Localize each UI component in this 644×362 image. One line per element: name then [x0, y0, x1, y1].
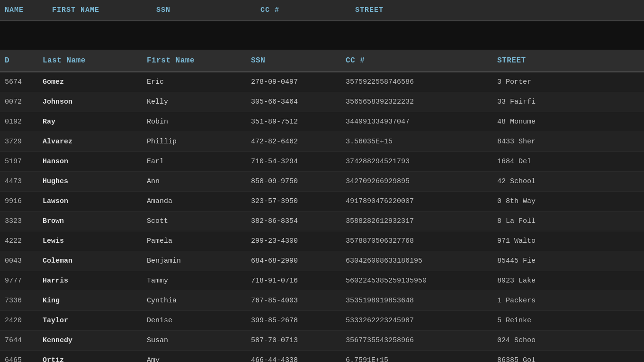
cell-street: 1684 Del: [497, 158, 639, 166]
cell-ssn: 767-85-4003: [251, 297, 346, 305]
cell-firstname: Denise: [147, 317, 251, 325]
spacer-area: [0, 21, 644, 50]
cell-cc: 3578870506327768: [346, 237, 497, 245]
cell-street: 33 Fairfi: [497, 98, 639, 106]
cell-id: 4222: [5, 237, 43, 245]
top-col-ssn: SSN: [156, 6, 260, 14]
cell-lastname: Alvarez: [43, 138, 147, 146]
cell-lastname: Lewis: [43, 237, 147, 245]
cell-firstname: Tammy: [147, 277, 251, 285]
header-ssn: SSN: [251, 56, 346, 65]
cell-firstname: Benjamin: [147, 257, 251, 265]
table-row: 9916 Lawson Amanda 323-57-3950 491789047…: [0, 192, 644, 212]
header-lastname: Last Name: [43, 56, 147, 65]
cell-cc: 3575922558746586: [346, 78, 497, 86]
cell-firstname: Pamela: [147, 237, 251, 245]
cell-id: 0043: [5, 257, 43, 265]
cell-lastname: Brown: [43, 217, 147, 225]
cell-lastname: Gomez: [43, 78, 147, 86]
cell-street: 0 8th Way: [497, 197, 639, 205]
cell-id: 0192: [5, 118, 43, 126]
cell-ssn: 718-91-0716: [251, 277, 346, 285]
table-row: 7644 Kennedy Susan 587-70-0713 356773554…: [0, 331, 644, 351]
cell-lastname: Ray: [43, 118, 147, 126]
table-row: 3729 Alvarez Phillip 472-82-6462 3.56035…: [0, 132, 644, 152]
cell-street: 8433 Sher: [497, 138, 639, 146]
table-row: 5674 Gomez Eric 278-09-0497 357592255874…: [0, 72, 644, 92]
cell-cc: 3588282612932317: [346, 217, 497, 225]
cell-ssn: 684-68-2990: [251, 257, 346, 265]
cell-lastname: Hughes: [43, 177, 147, 185]
cell-firstname: Phillip: [147, 138, 251, 146]
cell-id: 5197: [5, 158, 43, 166]
header-firstname: First Name: [147, 56, 251, 65]
cell-street: 024 Schoo: [497, 336, 639, 344]
cell-firstname: Earl: [147, 158, 251, 166]
table-row: 5197 Hanson Earl 710-54-3294 37428829452…: [0, 152, 644, 172]
cell-lastname: Taylor: [43, 317, 147, 325]
table-row: 9777 Harris Tammy 718-91-0716 5602245385…: [0, 271, 644, 291]
table-row: 4222 Lewis Pamela 299-23-4300 3578870506…: [0, 231, 644, 251]
cell-ssn: 472-82-6462: [251, 138, 346, 146]
cell-cc: 342709266929895: [346, 177, 497, 185]
cell-ssn: 278-09-0497: [251, 78, 346, 86]
cell-street: 3 Porter: [497, 78, 639, 86]
cell-street: 42 School: [497, 177, 639, 185]
cell-ssn: 399-85-2678: [251, 317, 346, 325]
cell-firstname: Amy: [147, 356, 251, 362]
cell-cc: 374288294521793: [346, 158, 497, 166]
cell-cc: 533326222324​5987: [346, 317, 497, 325]
cell-ssn: 710-54-3294: [251, 158, 346, 166]
cell-id: 9916: [5, 197, 43, 205]
top-header-bar: Name First Name SSN CC # STREET: [0, 0, 644, 21]
table-row: 0192 Ray Robin 351-89-7512 34499133493​7…: [0, 112, 644, 132]
cell-ssn: 305-66-3464: [251, 98, 346, 106]
cell-cc: 34499133493​7047: [346, 118, 497, 126]
cell-lastname: Harris: [43, 277, 147, 285]
cell-id: 6465: [5, 356, 43, 362]
cell-firstname: Cynthia: [147, 297, 251, 305]
cell-street: 8923 Lake: [497, 277, 639, 285]
table-body: 5674 Gomez Eric 278-09-0497 357592255874…: [0, 72, 644, 362]
cell-cc: 3565658392322232: [346, 98, 497, 106]
table-row: 6465 Ortiz Amy 466-44-4338 6.7591E+15 86…: [0, 351, 644, 362]
cell-id: 2420: [5, 317, 43, 325]
cell-ssn: 323-57-3950: [251, 197, 346, 205]
cell-id: 0072: [5, 98, 43, 106]
table-row: 7336 King Cynthia 767-85-4003 3535198919…: [0, 291, 644, 311]
cell-street: 8 La Foll: [497, 217, 639, 225]
cell-id: 3323: [5, 217, 43, 225]
cell-ssn: 587-70-0713: [251, 336, 346, 344]
table-row: 4473 Hughes Ann 858-09-9750 342709266929…: [0, 172, 644, 192]
cell-street: 48 Monume: [497, 118, 639, 126]
cell-id: 9777: [5, 277, 43, 285]
cell-lastname: Johnson: [43, 98, 147, 106]
cell-lastname: Kennedy: [43, 336, 147, 344]
cell-firstname: Kelly: [147, 98, 251, 106]
cell-street: 5 Reinke: [497, 317, 639, 325]
cell-street: 86385 Gol: [497, 356, 639, 362]
cell-lastname: Ortiz: [43, 356, 147, 362]
cell-street: 85445 Fie: [497, 257, 639, 265]
cell-lastname: Hanson: [43, 158, 147, 166]
cell-cc: 560224538525913​5950: [346, 277, 497, 285]
cell-street: 1 Packers: [497, 297, 639, 305]
cell-ssn: 858-09-9750: [251, 177, 346, 185]
cell-lastname: King: [43, 297, 147, 305]
top-col-firstname: First Name: [52, 6, 156, 14]
cell-ssn: 299-23-4300: [251, 237, 346, 245]
cell-cc: 6.7591E+15: [346, 356, 497, 362]
cell-firstname: Ann: [147, 177, 251, 185]
cell-firstname: Robin: [147, 118, 251, 126]
cell-id: 7336: [5, 297, 43, 305]
header-cc: CC #: [346, 56, 497, 65]
top-col-name: Name: [5, 6, 43, 14]
cell-firstname: Amanda: [147, 197, 251, 205]
table-row: 0072 Johnson Kelly 305-66-3464 356565839…: [0, 92, 644, 112]
cell-cc: 3.56035E+15: [346, 138, 497, 146]
cell-firstname: Eric: [147, 78, 251, 86]
cell-street: 971 Walto: [497, 237, 639, 245]
cell-id: 4473: [5, 177, 43, 185]
cell-id: 5674: [5, 78, 43, 86]
cell-ssn: 351-89-7512: [251, 118, 346, 126]
